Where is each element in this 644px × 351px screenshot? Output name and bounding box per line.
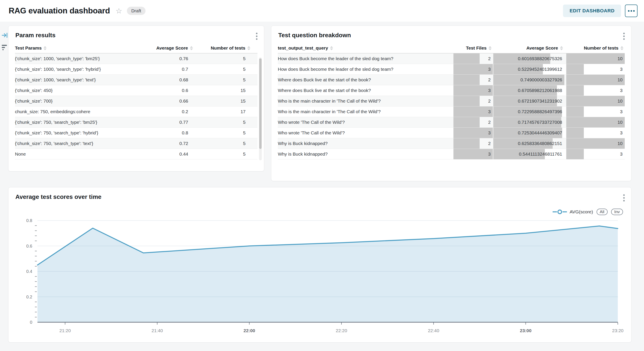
- y-tick-label: 0.6: [26, 244, 32, 248]
- cell-average-score: 0.72: [143, 138, 197, 149]
- cell-value: 0.6705898212061988: [518, 88, 564, 93]
- cell-value: 2: [488, 77, 493, 82]
- scrollbar-thumb[interactable]: [259, 58, 262, 149]
- sort-icon[interactable]: [247, 46, 250, 50]
- sort-icon[interactable]: [330, 46, 333, 50]
- column-header-number-of-tests[interactable]: Number of tests: [566, 45, 625, 51]
- edit-dashboard-button[interactable]: EDIT DASHBOARD: [563, 4, 621, 17]
- column-header-test-files[interactable]: Test Files: [454, 45, 493, 51]
- cell-value: 3: [620, 109, 625, 114]
- cell-value: 0.7174576733727008: [518, 120, 564, 125]
- favorite-star-icon[interactable]: ☆: [116, 7, 122, 14]
- cell-value: 3: [620, 130, 625, 135]
- scores-over-time-panel: Average test scores over time AVG(score)…: [8, 187, 632, 343]
- cell-average-score: 0.6016938820675326: [493, 53, 564, 64]
- table-row[interactable]: Who wrote 'The Call of the Wild'?20.7174…: [278, 117, 625, 128]
- table-row[interactable]: {'chunk_size': 750, 'search_type': 'hybr…: [15, 128, 258, 138]
- expand-panel-icon[interactable]: [1, 32, 8, 39]
- cell-number-of-tests: 5: [197, 128, 258, 138]
- column-header-number-of-tests[interactable]: Number of tests: [197, 45, 258, 51]
- line-marker-icon: [552, 209, 567, 214]
- cell-value: 0.5441113246811761: [519, 151, 564, 157]
- table-row[interactable]: {'chunk_size': 700}0.6615: [15, 96, 258, 106]
- y-tick-label: 0.2: [26, 295, 32, 299]
- cell-value: 0.6016938820675326: [518, 56, 564, 61]
- cell-value: 0.7253044446309407: [518, 130, 564, 135]
- table-row[interactable]: {'chunk_size': 450}0.615: [15, 85, 258, 96]
- table-row[interactable]: Why is Buck kidnapped?30.544111324681176…: [278, 149, 625, 159]
- table-row[interactable]: Who is the main character in 'The Call o…: [278, 106, 625, 117]
- table-row[interactable]: {'chunk_size': 750, 'search_type': 'text…: [15, 138, 258, 149]
- panel-menu-icon[interactable]: [255, 31, 259, 41]
- cell-average-score: 0.76: [143, 53, 197, 64]
- cell-test-query: Who is the main character in 'The Call o…: [278, 106, 453, 117]
- cell-average-score: 0.2: [143, 106, 197, 117]
- x-tick-label: 22:00: [244, 328, 255, 333]
- sort-icon[interactable]: [488, 46, 492, 50]
- x-tick-label: 23:20: [612, 328, 624, 333]
- column-header-average-score[interactable]: Average Score: [493, 45, 564, 51]
- data-bar: [566, 85, 584, 96]
- data-bar: [454, 138, 480, 149]
- param-results-rows: {'chunk_size': 1000, 'search_type': 'bm2…: [15, 53, 258, 159]
- table-row[interactable]: Who is the main character in 'The Call o…: [278, 96, 625, 106]
- status-badge: Draft: [127, 7, 146, 15]
- column-header-average-score[interactable]: Average Score: [143, 45, 197, 51]
- more-options-button[interactable]: [625, 4, 638, 17]
- cell-value: 10: [618, 56, 625, 61]
- column-header-test-query[interactable]: test_output_test_query: [278, 45, 453, 51]
- question-breakdown-table: test_output_test_query Test Files Averag…: [278, 43, 625, 159]
- cell-value: 3: [620, 67, 625, 72]
- panel-menu-icon[interactable]: [622, 31, 626, 41]
- cell-average-score: 0.749000003327926: [493, 75, 564, 85]
- data-bar: [454, 85, 493, 96]
- cell-value: 3: [488, 67, 493, 72]
- sort-icon[interactable]: [620, 46, 624, 50]
- data-bar: [566, 117, 625, 127]
- legend-inv-button[interactable]: Inv: [611, 209, 623, 215]
- table-row[interactable]: chunk_size: 750, embeddings:cohere0.217: [15, 106, 258, 117]
- filter-icon[interactable]: [1, 45, 7, 50]
- sort-icon[interactable]: [190, 46, 193, 50]
- cell-value: 3: [488, 151, 493, 157]
- table-row[interactable]: Where does Buck live at the start of the…: [278, 85, 625, 96]
- table-row[interactable]: {'chunk_size': 1000, 'search_type': 'bm2…: [15, 53, 258, 64]
- table-row[interactable]: {'chunk_size': 1000, 'search_type': 'tex…: [15, 75, 258, 85]
- cell-value: 10: [618, 141, 625, 146]
- legend-all-button[interactable]: All: [596, 209, 608, 215]
- table-row[interactable]: {'chunk_size': 750, 'search_type': 'bm25…: [15, 117, 258, 128]
- table-row[interactable]: How does Buck become the leader of the s…: [278, 53, 625, 64]
- column-header-test-params[interactable]: Test Params: [15, 45, 143, 51]
- question-breakdown-panel: Test question breakdown test_output_test…: [271, 25, 632, 181]
- param-results-panel: Param results Test Params Average Score …: [8, 25, 264, 171]
- table-row[interactable]: None0.445: [15, 149, 258, 159]
- sort-icon[interactable]: [560, 46, 563, 50]
- cell-value: 10: [618, 77, 625, 82]
- cell-number-of-tests: 10: [566, 75, 625, 85]
- table-row[interactable]: Why is Buck kidnapped?20.625833648086215…: [278, 138, 625, 149]
- table-row[interactable]: Who wrote 'The Call of the Wild'?30.7253…: [278, 128, 625, 138]
- cell-test-files: 2: [454, 96, 493, 106]
- table-scrollbar[interactable]: [259, 57, 262, 160]
- cell-value: 2: [488, 98, 493, 104]
- cell-average-score: 0.68: [143, 75, 197, 85]
- data-bar: [454, 64, 493, 74]
- cell-test-query: Why is Buck kidnapped?: [278, 138, 453, 149]
- param-results-table: Test Params Average Score Number of test…: [15, 43, 258, 159]
- table-row[interactable]: {'chunk_size': 1000, 'search_type': 'hyb…: [15, 64, 258, 75]
- cell-test-query: How does Buck become the leader of the s…: [278, 53, 453, 64]
- panel-menu-icon[interactable]: [622, 193, 626, 203]
- cell-average-score: 0.7: [143, 64, 197, 74]
- cell-test-query: Who wrote 'The Call of the Wild'?: [278, 128, 453, 138]
- data-bar: [454, 75, 480, 85]
- table-header-row: Test Params Average Score Number of test…: [15, 43, 258, 53]
- cell-test-query: Where does Buck live at the start of the…: [278, 85, 453, 96]
- table-row[interactable]: Where does Buck live at the start of the…: [278, 75, 625, 85]
- table-row[interactable]: How does Buck become the leader of the s…: [278, 64, 625, 75]
- cell-value: 3: [488, 88, 493, 93]
- legend-series-toggle[interactable]: AVG(score): [552, 209, 593, 214]
- panel-title: Test question breakdown: [271, 26, 631, 39]
- cell-value: 2: [488, 120, 493, 125]
- sort-icon[interactable]: [44, 46, 46, 50]
- line-chart[interactable]: 00.20.40.60.821:2021:4022:0022:2022:4023…: [22, 216, 624, 337]
